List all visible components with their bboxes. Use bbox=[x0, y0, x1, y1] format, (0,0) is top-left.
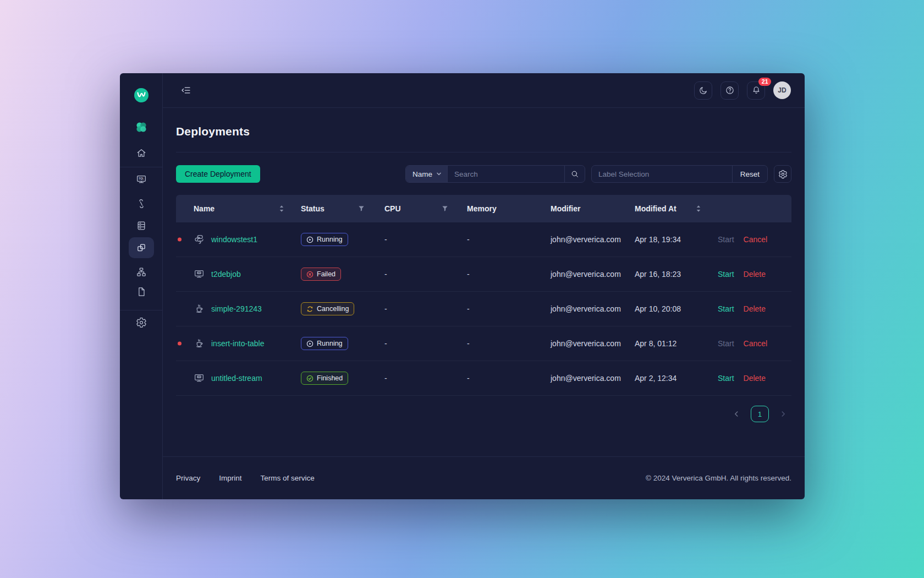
app-window: SQL bbox=[120, 73, 805, 499]
search-icon bbox=[570, 170, 579, 178]
status-cell: Failed bbox=[301, 268, 384, 281]
next-page-button[interactable] bbox=[779, 410, 787, 418]
start-action[interactable]: Start bbox=[718, 270, 734, 279]
cancel-action[interactable]: Cancel bbox=[744, 339, 768, 348]
collapse-sidebar-button[interactable] bbox=[180, 85, 191, 96]
bell-icon bbox=[751, 85, 761, 95]
cpu-cell: - bbox=[384, 304, 467, 313]
deployment-link[interactable]: insert-into-table bbox=[211, 339, 265, 348]
modifier-cell: john@ververica.com bbox=[551, 235, 635, 244]
svg-text:SQL: SQL bbox=[197, 376, 201, 378]
deployment-link[interactable]: t2debjob bbox=[211, 270, 241, 279]
deployment-link[interactable]: untitled-stream bbox=[211, 374, 262, 383]
pagination: 1 bbox=[176, 406, 791, 422]
start-action[interactable]: Start bbox=[718, 304, 734, 313]
terms-link[interactable]: Terms of service bbox=[261, 474, 315, 482]
modified-at-cell: Apr 10, 20:08 bbox=[635, 304, 714, 313]
sidebar-divider bbox=[120, 167, 163, 167]
sort-icon[interactable] bbox=[696, 205, 701, 212]
name-cell: SQL untitled-stream bbox=[176, 373, 301, 384]
sidebar-item-job-graph[interactable] bbox=[136, 266, 147, 277]
modifier-cell: john@ververica.com bbox=[551, 270, 635, 279]
status-cell: Cancelling bbox=[301, 302, 384, 315]
java-icon bbox=[194, 303, 205, 314]
sort-icon[interactable] bbox=[279, 205, 284, 212]
user-avatar[interactable]: JD bbox=[773, 81, 791, 99]
top-bar: 21 JD bbox=[163, 73, 805, 108]
name-cell: windowstest1 bbox=[176, 234, 301, 245]
label-selection-input[interactable] bbox=[592, 166, 732, 182]
footer: Privacy Imprint Terms of service © 2024 … bbox=[163, 456, 805, 499]
svg-text:SQL: SQL bbox=[139, 177, 144, 180]
title-section: Deployments bbox=[176, 108, 791, 152]
python-icon bbox=[194, 234, 205, 245]
modified-at-cell: Apr 18, 19:34 bbox=[635, 235, 714, 244]
cancel-action[interactable]: Cancel bbox=[744, 235, 768, 244]
question-circle-icon bbox=[725, 85, 735, 95]
start-action[interactable]: Start bbox=[718, 339, 734, 348]
reset-button[interactable]: Reset bbox=[732, 166, 767, 182]
column-header-modified-at: Modified At bbox=[635, 204, 714, 213]
search-field-label: Name bbox=[413, 170, 432, 178]
gear-icon bbox=[136, 317, 147, 328]
sidebar-divider bbox=[120, 310, 163, 310]
cpu-cell: - bbox=[384, 235, 467, 244]
memory-cell: - bbox=[467, 339, 551, 348]
memory-cell: - bbox=[467, 235, 551, 244]
search-input[interactable] bbox=[448, 166, 564, 182]
sidebar-item-sql-editor[interactable]: SQL bbox=[136, 174, 147, 185]
delete-action[interactable]: Delete bbox=[744, 374, 766, 383]
label-selection-group: Reset bbox=[591, 165, 768, 183]
actions-cell: Start Delete bbox=[714, 270, 791, 279]
page-title: Deployments bbox=[176, 125, 791, 138]
sidebar-item-home[interactable] bbox=[136, 148, 147, 159]
java-icon bbox=[194, 338, 205, 349]
page-number-button[interactable]: 1 bbox=[751, 406, 769, 422]
notifications-button[interactable]: 21 bbox=[747, 81, 765, 100]
chevron-left-icon bbox=[733, 410, 740, 418]
actions-cell: Start Delete bbox=[714, 374, 791, 383]
memory-cell: - bbox=[467, 304, 551, 313]
modified-at-cell: Apr 2, 12:34 bbox=[635, 374, 714, 383]
play-circle-icon bbox=[306, 340, 314, 347]
imprint-link[interactable]: Imprint bbox=[219, 474, 241, 482]
privacy-link[interactable]: Privacy bbox=[176, 474, 200, 482]
deployment-link[interactable]: windowstest1 bbox=[211, 235, 257, 244]
start-action[interactable]: Start bbox=[718, 235, 734, 244]
modified-at-cell: Apr 8, 01:12 bbox=[635, 339, 714, 348]
x-circle-icon bbox=[306, 271, 314, 278]
svg-text:SQL: SQL bbox=[197, 272, 201, 274]
start-action[interactable]: Start bbox=[718, 374, 734, 383]
column-header-cpu: CPU bbox=[384, 204, 467, 213]
modifier-cell: john@ververica.com bbox=[551, 304, 635, 313]
chevron-right-icon bbox=[779, 410, 787, 418]
deployment-link[interactable]: simple-291243 bbox=[211, 304, 262, 313]
prev-page-button[interactable] bbox=[733, 410, 740, 418]
sidebar-item-connections[interactable] bbox=[136, 198, 147, 209]
delete-action[interactable]: Delete bbox=[744, 304, 766, 313]
moon-icon bbox=[698, 86, 708, 95]
filter-icon[interactable] bbox=[442, 205, 448, 212]
search-field-dropdown[interactable]: Name bbox=[406, 166, 448, 182]
status-badge: Cancelling bbox=[301, 302, 354, 315]
create-deployment-button[interactable]: Create Deployment bbox=[176, 165, 260, 183]
help-button[interactable] bbox=[721, 81, 739, 100]
dark-mode-button[interactable] bbox=[694, 81, 712, 100]
sidebar-item-namespace[interactable] bbox=[135, 121, 147, 133]
deployments-icon bbox=[136, 242, 147, 253]
modified-at-cell: Apr 16, 18:23 bbox=[635, 270, 714, 279]
delete-action[interactable]: Delete bbox=[744, 270, 766, 279]
alert-dot bbox=[178, 238, 182, 242]
deployments-table: Name Status CPU Memory Modifier Modifie bbox=[176, 195, 791, 396]
sidebar-item-settings[interactable] bbox=[136, 317, 147, 328]
memory-cell: - bbox=[467, 374, 551, 383]
search-submit[interactable] bbox=[564, 166, 585, 182]
sidebar-item-documents[interactable] bbox=[136, 286, 147, 297]
copyright-text: © 2024 Ververica GmbH. All rights reserv… bbox=[646, 474, 791, 482]
table-row: simple-291243 Cancelling - - john@verver… bbox=[176, 292, 791, 326]
sidebar-item-catalog[interactable] bbox=[136, 220, 147, 231]
check-circle-icon bbox=[306, 375, 314, 382]
table-settings-button[interactable] bbox=[774, 165, 791, 183]
filter-icon[interactable] bbox=[358, 205, 365, 212]
sidebar-item-deployments[interactable] bbox=[129, 237, 154, 258]
